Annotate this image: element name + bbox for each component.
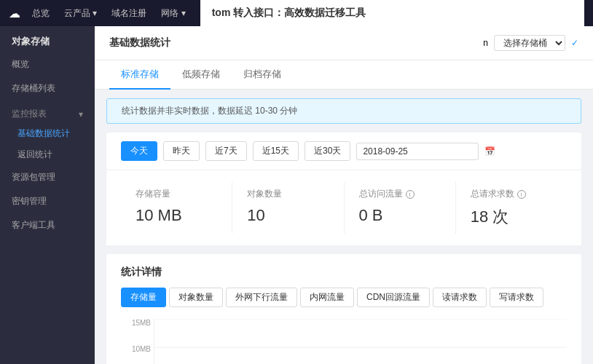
bucket-selector-label: n	[483, 38, 488, 48]
date-filter: 今天 昨天 近7天 近15天 近30天 2018-09-25 📅	[106, 132, 581, 170]
sidebar-item-client-tools[interactable]: 客户端工具	[0, 213, 95, 237]
storage-tabs: 标准存储 低频存储 归档存储	[95, 60, 593, 90]
stat-value-objects: 10	[247, 206, 329, 225]
page-header: 基础数据统计 n 选择存储桶 ✓	[95, 26, 593, 60]
calendar-icon[interactable]: 📅	[484, 146, 495, 157]
date-input[interactable]: 2018-09-25	[356, 143, 479, 160]
date-btn-today[interactable]: 今天	[121, 141, 157, 161]
stat-label-requests: 总请求求数 i	[471, 188, 552, 200]
stat-label-storage: 存储容量	[136, 188, 217, 200]
sidebar-sub-return-stats[interactable]: 返回统计	[0, 144, 95, 165]
detail-tab-read-requests[interactable]: 读请求数	[433, 288, 487, 307]
info-icon-traffic[interactable]: i	[406, 190, 415, 199]
sidebar-item-keys[interactable]: 密钥管理	[0, 189, 95, 213]
page-title-text: tom 转入接口：高效数据迁移工具	[212, 7, 366, 20]
chart-y-label-15mb: 15MB	[132, 319, 151, 327]
sidebar-main-section: 对象存储	[0, 26, 95, 52]
detail-tab-write-requests[interactable]: 写请求数	[490, 288, 543, 307]
bucket-selector: n 选择存储桶 ✓	[483, 35, 578, 51]
chart-area	[154, 319, 567, 364]
detail-tab-storage[interactable]: 存储量	[121, 288, 166, 307]
chart-y-label-10mb: 10MB	[132, 345, 151, 353]
chart-y-labels: 15MB 10MB .5MB 0MB	[121, 319, 154, 364]
date-btn-15days[interactable]: 近15天	[253, 141, 299, 161]
detail-tab-cdn[interactable]: CDN回源流量	[357, 288, 430, 307]
stat-value-requests: 18 次	[471, 206, 552, 228]
page-header-title: 基础数据统计	[109, 36, 170, 50]
detail-tab-intranet[interactable]: 内网流量	[300, 288, 354, 307]
stat-label-traffic: 总访问流量 i	[359, 188, 441, 200]
bucket-confirm-icon[interactable]: ✓	[571, 38, 578, 48]
stat-card-traffic: 总访问流量 i 0 B	[345, 182, 456, 234]
stat-card-objects: 对象数量 10	[232, 182, 344, 234]
stat-card-requests: 总请求求数 i 18 次	[456, 182, 567, 234]
nav-network[interactable]: 网络 ▾	[161, 7, 185, 20]
main-content: 基础数据统计 n 选择存储桶 ✓ 标准存储 低频存储 归档存储 统计数据并非实时…	[95, 26, 593, 364]
sidebar-item-overview[interactable]: 概览	[0, 52, 95, 76]
sidebar-monitor-label: 监控报表	[12, 108, 47, 120]
chart-container: 15MB 10MB .5MB 0MB	[121, 319, 567, 364]
info-icon-requests[interactable]: i	[517, 190, 526, 199]
stat-card-storage: 存储容量 10 MB	[121, 182, 232, 234]
detail-tab-objects[interactable]: 对象数量	[169, 288, 223, 307]
tab-archive-storage[interactable]: 归档存储	[232, 60, 293, 90]
sidebar-item-buckets[interactable]: 存储桶列表	[0, 76, 95, 100]
logo-icon: ☁	[9, 7, 20, 20]
detail-tabs: 存储量 对象数量 外网下行流量 内网流量 CDN回源流量 读请求数 写请求数	[121, 288, 567, 307]
date-btn-yesterday[interactable]: 昨天	[163, 141, 200, 161]
tab-low-freq-storage[interactable]: 低频存储	[170, 60, 232, 90]
nav-overview[interactable]: 总览	[32, 7, 50, 20]
notice-bar: 统计数据并非实时数据，数据延迟 10-30 分钟	[106, 98, 581, 124]
sidebar-monitor-group[interactable]: 监控报表 ▾	[0, 100, 95, 123]
chevron-down-icon: ▾	[79, 109, 83, 119]
top-nav: ☁ 总览 云产品 ▾ 域名注册 网络 ▾ tom 转入接口：高效数据迁移工具	[0, 0, 593, 26]
chart-svg	[154, 319, 567, 364]
main-layout: 对象存储 概览 存储桶列表 监控报表 ▾ 基础数据统计 返回统计 资源包管理 密…	[0, 26, 593, 364]
sidebar-sub-basic-stats[interactable]: 基础数据统计	[0, 123, 95, 144]
stat-value-storage: 10 MB	[136, 206, 217, 225]
nav-cloud-products[interactable]: 云产品 ▾	[64, 7, 97, 20]
detail-section: 统计详情 存储量 对象数量 外网下行流量 内网流量 CDN回源流量 读请求数 写…	[106, 254, 581, 364]
date-btn-30days[interactable]: 近30天	[305, 141, 350, 161]
detail-tab-outbound[interactable]: 外网下行流量	[226, 288, 297, 307]
stat-label-objects: 对象数量	[247, 188, 329, 200]
stats-cards: 存储容量 10 MB 对象数量 10 总访问流量 i 0 B 总请求求数 i 1…	[106, 170, 581, 245]
stat-value-traffic: 0 B	[359, 206, 441, 225]
bucket-select-dropdown[interactable]: 选择存储桶	[494, 35, 565, 51]
nav-domain[interactable]: 域名注册	[111, 7, 146, 20]
detail-section-title: 统计详情	[121, 266, 567, 279]
sidebar: 对象存储 概览 存储桶列表 监控报表 ▾ 基础数据统计 返回统计 资源包管理 密…	[0, 26, 95, 364]
page-title-bar: tom 转入接口：高效数据迁移工具	[200, 0, 584, 26]
sidebar-item-resource[interactable]: 资源包管理	[0, 165, 95, 189]
tab-standard-storage[interactable]: 标准存储	[109, 60, 170, 90]
date-btn-7days[interactable]: 近7天	[205, 141, 247, 161]
